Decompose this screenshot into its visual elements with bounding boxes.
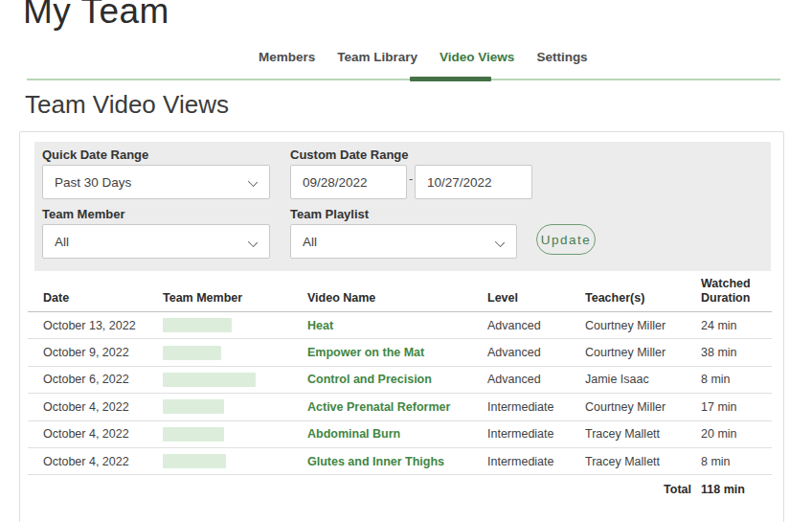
member-name-redaction [163, 346, 221, 360]
row-duration: 8 min [701, 373, 772, 386]
row-team-member [163, 454, 307, 468]
end-date-input[interactable] [415, 165, 532, 199]
row-team-member [163, 373, 307, 387]
row-team-member [163, 345, 307, 359]
active-tab-indicator [410, 77, 491, 81]
member-name-redaction [163, 399, 224, 414]
row-level: Advanced [487, 319, 585, 332]
table-total-row: Total 118 min [28, 475, 772, 504]
video-link[interactable]: Empower on the Mat [307, 346, 487, 359]
video-link[interactable]: Abdominal Burn [307, 427, 487, 441]
header-level: Level [487, 291, 585, 306]
row-level: Intermediate [487, 455, 585, 468]
video-link[interactable]: Heat [307, 319, 487, 332]
header-teachers: Teacher(s) [585, 291, 701, 306]
video-link[interactable]: Active Prenatal Reformer [307, 400, 487, 414]
row-date: October 4, 2022 [28, 455, 163, 468]
tab-video-views[interactable]: Video Views [440, 50, 514, 64]
team-member-value: All [55, 235, 69, 249]
header-team-member: Team Member [163, 291, 307, 306]
row-date: October 4, 2022 [28, 400, 163, 414]
quick-date-range-label: Quick Date Range [42, 148, 148, 162]
row-teacher: Tracey Mallett [585, 427, 701, 441]
quick-date-range-select[interactable]: Past 30 Days [42, 165, 270, 199]
row-level: Advanced [487, 373, 585, 386]
row-duration: 20 min [701, 427, 772, 441]
row-duration: 38 min [701, 346, 772, 359]
row-date: October 6, 2022 [28, 373, 163, 386]
total-label: Total [585, 483, 701, 496]
total-value: 118 min [701, 483, 772, 496]
header-watched-duration: Watched Duration [701, 277, 772, 306]
team-member-label: Team Member [42, 207, 124, 221]
chevron-down-icon [495, 238, 505, 247]
team-playlist-select[interactable]: All [290, 224, 517, 259]
member-name-redaction [163, 427, 224, 442]
start-date-input[interactable] [290, 165, 407, 199]
member-name-redaction [163, 373, 256, 387]
row-duration: 17 min [701, 400, 772, 414]
video-link[interactable]: Control and Precision [307, 373, 487, 386]
tab-bar: Members Team Library Video Views Setting… [259, 50, 588, 64]
tab-members[interactable]: Members [259, 50, 315, 64]
team-playlist-value: All [303, 235, 317, 249]
member-name-redaction [163, 318, 232, 332]
row-level: Intermediate [487, 427, 585, 441]
table-row: October 9, 2022 Empower on the Mat Advan… [28, 339, 772, 366]
row-level: Advanced [487, 346, 585, 359]
table-row: October 13, 2022 Heat Advanced Courtney … [28, 312, 772, 339]
row-teacher: Courtney Miller [585, 319, 701, 332]
video-views-card: Quick Date Range Past 30 Days Custom Dat… [19, 131, 784, 522]
chevron-down-icon [248, 238, 258, 247]
table-body: October 13, 2022 Heat Advanced Courtney … [28, 312, 772, 475]
row-team-member [163, 427, 307, 442]
table-row: October 4, 2022 Abdominal Burn Intermedi… [28, 421, 772, 448]
table-row: October 4, 2022 Glutes and Inner Thighs … [28, 448, 772, 475]
page-title: My Team [23, 0, 169, 32]
row-team-member [163, 399, 307, 414]
row-date: October 9, 2022 [28, 346, 163, 359]
tab-baseline-rule [27, 79, 780, 80]
header-video-name: Video Name [307, 291, 487, 306]
section-heading: Team Video Views [25, 90, 229, 120]
filter-panel: Quick Date Range Past 30 Days Custom Dat… [34, 142, 771, 271]
tab-team-library[interactable]: Team Library [337, 50, 417, 64]
row-teacher: Courtney Miller [585, 400, 701, 414]
tab-settings[interactable]: Settings [536, 50, 587, 64]
row-team-member [163, 318, 307, 332]
row-teacher: Jamie Isaac [585, 373, 701, 386]
row-teacher: Courtney Miller [585, 346, 701, 359]
video-link[interactable]: Glutes and Inner Thighs [307, 455, 487, 468]
table-row: October 4, 2022 Active Prenatal Reformer… [28, 394, 772, 420]
table-row: October 6, 2022 Control and Precision Ad… [28, 367, 772, 394]
row-teacher: Tracey Mallett [585, 455, 701, 468]
row-date: October 13, 2022 [28, 319, 163, 332]
member-name-redaction [163, 454, 226, 468]
row-duration: 8 min [701, 455, 772, 468]
custom-date-range-label: Custom Date Range [290, 148, 409, 162]
chevron-down-icon [248, 177, 258, 187]
table-header-row: Date Team Member Video Name Level Teache… [28, 276, 772, 312]
update-button[interactable]: Update [536, 224, 596, 255]
header-date: Date [28, 291, 163, 306]
date-range-separator: - [409, 171, 413, 186]
video-views-table: Date Team Member Video Name Level Teache… [28, 276, 772, 504]
row-date: October 4, 2022 [28, 427, 163, 441]
row-duration: 24 min [701, 319, 772, 332]
quick-date-range-value: Past 30 Days [55, 175, 131, 190]
team-member-select[interactable]: All [42, 224, 270, 259]
row-level: Intermediate [487, 400, 585, 414]
team-playlist-label: Team Playlist [290, 207, 369, 221]
